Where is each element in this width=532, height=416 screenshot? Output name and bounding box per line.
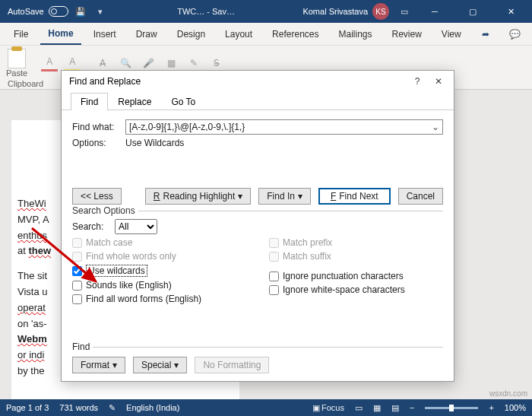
minimize-icon[interactable]: ─ — [420, 0, 450, 23]
doc-text: operat — [17, 302, 46, 313]
account-area[interactable]: Komal Srivastava KS — [302, 3, 389, 20]
status-page[interactable]: Page 1 of 3 — [6, 403, 49, 412]
tab-view[interactable]: View — [434, 24, 469, 44]
status-words[interactable]: 731 words — [59, 403, 98, 412]
clear-formatting-icon[interactable]: A̶ — [94, 55, 111, 71]
autosave-toggle[interactable] — [49, 6, 68, 17]
ignore-punctuation-checkbox[interactable]: Ignore punctuation characters — [269, 271, 443, 281]
dialog-title: Find and Replace — [69, 76, 141, 87]
find-what-dropdown-icon[interactable]: ⌄ — [432, 122, 439, 132]
tab-draw[interactable]: Draw — [128, 24, 165, 44]
zoom-slider[interactable] — [425, 407, 478, 409]
highlight-icon[interactable]: A — [64, 55, 81, 71]
doc-text: Vista u — [17, 286, 48, 297]
dialog-help-icon[interactable]: ? — [407, 76, 428, 87]
window-titlebar: AutoSave 💾 ▾ TWC… - Sav… Komal Srivastav… — [0, 0, 532, 23]
search-direction-select[interactable]: All — [115, 219, 157, 234]
search-options-legend: Search Options — [72, 205, 138, 216]
zoom-in-icon[interactable]: + — [489, 403, 493, 412]
qat-more-icon[interactable]: ▾ — [94, 5, 106, 17]
tab-review[interactable]: Review — [385, 24, 429, 44]
close-icon[interactable]: ✕ — [496, 0, 526, 23]
match-prefix-checkbox: Match prefix — [269, 237, 443, 248]
search-direction-label: Search: — [72, 221, 109, 232]
special-button[interactable]: Special ▾ — [133, 357, 187, 373]
whole-words-checkbox: Find whole words only — [72, 251, 246, 262]
strikethrough-icon[interactable]: S̶ — [208, 55, 225, 71]
status-spellcheck-icon[interactable]: ✎ — [109, 403, 116, 413]
find-section-legend: Find — [72, 341, 93, 352]
user-initials: KS — [372, 3, 389, 20]
share-icon[interactable]: ➦ — [474, 29, 497, 40]
autosave-label: AutoSave — [8, 7, 44, 16]
options-label: Options: — [72, 138, 119, 148]
doc-text: MVP, A — [17, 214, 49, 225]
ribbon-tabs: File Home Insert Draw Design Layout Refe… — [0, 23, 532, 46]
find-next-button[interactable]: FFind Next — [318, 188, 391, 205]
doc-text: TheWi — [17, 198, 46, 209]
ignore-whitespace-checkbox[interactable]: Ignore white-space characters — [269, 284, 443, 295]
format-button[interactable]: Format ▾ — [72, 357, 125, 373]
find-what-input[interactable]: [A-z,0-9]{1,}\@[A-z,0-9,\.]{1,} ⌄ — [125, 119, 443, 135]
document-title: TWC… - Sav… — [116, 7, 297, 16]
sounds-like-checkbox[interactable]: Sounds like (English) — [72, 280, 246, 291]
status-bar: Page 1 of 3 731 words ✎ English (India) … — [0, 399, 532, 416]
clipboard-icon — [8, 49, 26, 68]
dialog-tab-goto[interactable]: Go To — [161, 93, 205, 110]
doc-text: Webm — [17, 333, 47, 345]
tab-insert[interactable]: Insert — [86, 24, 124, 44]
find-and-replace-dialog: Find and Replace ? ✕ Find Replace Go To … — [61, 70, 454, 382]
find-what-label: Find what: — [72, 122, 119, 132]
view-read-icon[interactable]: ▭ — [355, 403, 363, 413]
tab-mailings[interactable]: Mailings — [331, 24, 379, 44]
doc-text: enthus — [17, 230, 47, 241]
doc-text: by the — [17, 365, 44, 376]
less-button[interactable]: << Less — [72, 188, 122, 205]
save-icon[interactable]: 💾 — [74, 5, 87, 17]
doc-text: at — [17, 245, 28, 256]
match-suffix-checkbox: Match suffix — [269, 251, 443, 262]
watermark: wsxdn.com — [489, 389, 527, 398]
all-word-forms-checkbox[interactable]: Find all word forms (English) — [72, 294, 246, 304]
status-language[interactable]: English (India) — [126, 403, 179, 412]
pen-icon[interactable]: ✎ — [185, 55, 202, 71]
tab-home[interactable]: Home — [40, 24, 81, 45]
comments-icon[interactable]: 💬 — [503, 29, 526, 40]
dialog-close-icon[interactable]: ✕ — [428, 76, 449, 87]
view-web-icon[interactable]: ▤ — [391, 403, 399, 413]
dictate-icon[interactable]: 🎤 — [140, 55, 157, 71]
table-icon[interactable]: ▦ — [163, 55, 179, 71]
view-print-icon[interactable]: ▦ — [373, 403, 381, 413]
find-what-value: [A-z,0-9]{1,}\@[A-z,0-9,\.]{1,} — [129, 122, 245, 132]
reading-highlight-button[interactable]: RReading Highlight ▾ — [145, 188, 251, 205]
paste-button[interactable]: Paste — [6, 49, 27, 78]
focus-mode-button[interactable]: ▣ Focus — [312, 403, 344, 413]
match-case-checkbox: Match case — [72, 237, 246, 248]
dialog-tab-find[interactable]: Find — [71, 93, 108, 110]
doc-text: thew — [28, 245, 51, 256]
paste-label: Paste — [6, 68, 27, 78]
no-formatting-button: No Formatting — [195, 357, 269, 373]
dialog-tabs: Find Replace Go To — [62, 92, 454, 110]
zoom-level[interactable]: 100% — [505, 403, 526, 412]
doc-text: The sit — [17, 270, 47, 281]
cancel-button[interactable]: Cancel — [398, 188, 443, 205]
options-value: Use Wildcards — [125, 138, 184, 148]
tab-references[interactable]: References — [264, 24, 326, 44]
clipboard-group-label: Clipboard — [8, 79, 43, 88]
tab-design[interactable]: Design — [169, 24, 213, 44]
tab-file[interactable]: File — [6, 24, 36, 44]
doc-text: or indi — [17, 349, 44, 360]
font-color-icon[interactable]: A — [41, 55, 58, 71]
maximize-icon[interactable]: ▢ — [458, 0, 488, 23]
zoom-out-icon[interactable]: − — [410, 403, 414, 412]
doc-text: on 'as- — [17, 318, 47, 329]
user-name: Komal Srivastava — [302, 7, 368, 16]
find-in-button[interactable]: Find In ▾ — [258, 188, 311, 205]
tab-layout[interactable]: Layout — [217, 24, 260, 44]
find-icon[interactable]: 🔍 — [117, 55, 134, 71]
ribbon-display-icon[interactable]: ▭ — [398, 5, 410, 17]
dialog-tab-replace[interactable]: Replace — [108, 93, 161, 110]
use-wildcards-checkbox[interactable]: Use wildcards — [72, 265, 246, 277]
